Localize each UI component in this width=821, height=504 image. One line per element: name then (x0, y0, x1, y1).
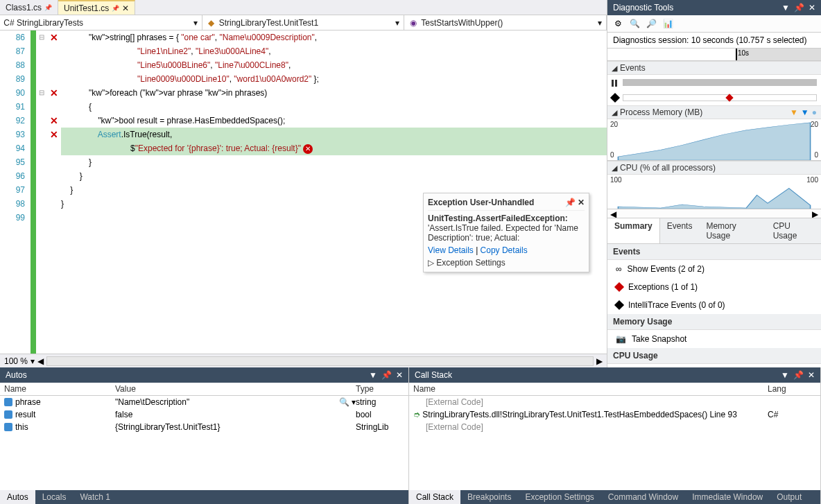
callstack-title: Call Stack▼📌✕ (409, 367, 820, 383)
take-snapshot-link[interactable]: 📷Take Snapshot (607, 330, 821, 348)
pin-icon[interactable]: 📌 (112, 5, 119, 12)
tab-label: Class1.cs (6, 3, 42, 12)
memory-header[interactable]: ◢ Process Memory (MB)▼ ▼ ● (607, 105, 821, 119)
horizontal-scrollbar[interactable] (46, 356, 594, 366)
variable-icon (4, 398, 12, 406)
diamond-icon (610, 93, 620, 103)
callstack-rows: [External Code]➮ StringLibraryTests.dll!… (409, 396, 820, 490)
method-icon: ◉ (408, 18, 418, 28)
close-icon[interactable]: ✕ (122, 3, 129, 13)
camera-icon: 📷 (616, 334, 626, 344)
breakpoint-column[interactable]: ✕✕✕✕ (47, 31, 61, 354)
method-dropdown[interactable]: ◉TestStartsWithUpper()▾ (404, 15, 607, 30)
event-track[interactable] (623, 94, 817, 101)
scroll-left-icon[interactable]: ◀ (37, 356, 44, 366)
memory-chart[interactable]: 200 200 (607, 119, 821, 161)
diagnostic-tools-title: Diagnostic Tools ▼📌✕ (607, 0, 821, 15)
variable-icon (4, 410, 12, 419)
change-indicator (31, 31, 36, 354)
fold-column[interactable]: ⊟⊟ (36, 31, 47, 354)
tab-summary[interactable]: Summary (607, 218, 660, 243)
close-icon[interactable]: ✕ (396, 370, 403, 380)
zoom-bar: 100 %▾ ◀ ▶ (0, 354, 607, 367)
callstack-row[interactable]: ➮ StringLibraryTests.dll!StringLibraryTe… (409, 408, 820, 421)
pin-icon[interactable]: 📌 (565, 198, 576, 207)
pin-icon[interactable]: 📌 (794, 3, 804, 12)
diag-tabs: Summary Events Memory Usage CPU Usage (607, 218, 821, 244)
cpu-chart[interactable]: 100100 (607, 175, 821, 209)
cpu-header[interactable]: ◢ CPU (% of all processors) (607, 161, 821, 175)
scroll-left-icon[interactable]: ◀ (610, 209, 616, 218)
close-icon[interactable]: ✕ (808, 370, 815, 380)
zoom-out-icon[interactable]: 🔎 (645, 17, 657, 30)
tab-locals[interactable]: Locals (35, 490, 74, 504)
tab-unittest1[interactable]: UnitTest1.cs📌✕ (58, 0, 135, 15)
callstack-row[interactable]: [External Code] (409, 396, 820, 408)
show-events-link[interactable]: ∞Show Events (2 of 2) (607, 260, 821, 278)
exception-settings-link[interactable]: Exception Settings (436, 258, 505, 268)
event-track[interactable] (623, 79, 817, 86)
tab-immediate-window[interactable]: Immediate Window (685, 490, 770, 504)
autos-row[interactable]: phrase"Name\tDescription" 🔍 ▾string (0, 396, 408, 408)
dropdown-icon[interactable]: ▼ (781, 3, 790, 12)
pin-icon[interactable]: 📌 (793, 370, 804, 380)
intellitrace-icon (614, 300, 624, 310)
dropdown-icon[interactable]: ▼ (369, 370, 377, 380)
exception-marker[interactable] (725, 94, 733, 101)
zoom-level[interactable]: 100 % (4, 356, 28, 366)
csharp-icon: C# (4, 18, 14, 28)
scroll-right-icon[interactable]: ▶ (596, 356, 603, 366)
zoom-in-icon[interactable]: 🔍 (628, 17, 641, 30)
time-ruler[interactable]: 10s (607, 49, 821, 61)
summary-memory-header: Memory Usage (607, 314, 821, 330)
callstack-headers: NameLang (409, 383, 820, 396)
gear-icon[interactable]: ⚙ (612, 17, 624, 30)
tab-memory[interactable]: Memory Usage (699, 218, 766, 243)
close-icon[interactable]: ✕ (809, 3, 815, 12)
namespace-dropdown[interactable]: C#StringLibraryTests▾ (0, 15, 202, 30)
exception-tooltip: Exception User-Unhandled📌 ✕ UnitTesting.… (423, 193, 589, 272)
pin-icon[interactable]: 📌 (44, 4, 52, 11)
code-editor[interactable]: 8687888990919293949596979899 ⊟⊟ ✕✕✕✕ "kw… (0, 31, 607, 354)
close-icon[interactable]: ✕ (578, 198, 585, 207)
pause-icon (612, 79, 619, 86)
chevron-down-icon[interactable]: ▾ (31, 356, 35, 366)
tab-cpu[interactable]: CPU Usage (766, 218, 821, 243)
tab-call-stack[interactable]: Call Stack (409, 490, 460, 504)
class-dropdown[interactable]: ◆StringLibraryTest.UnitTest1▾ (202, 15, 405, 30)
tab-events[interactable]: Events (660, 218, 700, 243)
intellitrace-link[interactable]: IntelliTrace Events (0 of 0) (607, 296, 821, 314)
exceptions-link[interactable]: Exceptions (1 of 1) (607, 278, 821, 296)
chevron-down-icon: ▾ (193, 18, 198, 28)
view-details-link[interactable]: View Details (428, 245, 474, 255)
callstack-row[interactable]: [External Code] (409, 421, 820, 433)
tooltip-title: Exception User-Unhandled (428, 198, 534, 207)
variable-icon (4, 423, 12, 431)
chevron-down-icon: ▾ (395, 18, 399, 28)
tab-command-window[interactable]: Command Window (601, 490, 685, 504)
tab-class1[interactable]: Class1.cs📌 (0, 0, 58, 15)
code-content[interactable]: "kw">string[] phrases = { "one car", "Na… (61, 31, 607, 354)
scroll-right-icon[interactable]: ▶ (812, 209, 818, 218)
tab-autos[interactable]: Autos (0, 490, 35, 504)
tab-exception-settings[interactable]: Exception Settings (518, 490, 600, 504)
pin-icon[interactable]: 📌 (381, 370, 392, 380)
autos-row[interactable]: this{StringLibraryTest.UnitTest1}StringL… (0, 421, 408, 433)
autos-row[interactable]: resultfalsebool (0, 408, 408, 421)
events-header[interactable]: ◢ Events (607, 61, 821, 75)
error-icon[interactable]: ✕ (303, 144, 313, 154)
exception-message: 'Assert.IsTrue failed. Expected for 'Nam… (428, 223, 585, 243)
document-tabs: Class1.cs📌 UnitTest1.cs📌✕ (0, 0, 607, 15)
chart-icon[interactable]: 📊 (662, 17, 674, 30)
copy-details-link[interactable]: Copy Details (481, 245, 528, 255)
tab-output[interactable]: Output (770, 490, 809, 504)
tab-breakpoints[interactable]: Breakpoints (460, 490, 518, 504)
tab-watch1[interactable]: Watch 1 (73, 490, 117, 504)
autos-headers: NameValueType (0, 383, 408, 396)
autos-tabs: Autos Locals Watch 1 (0, 490, 408, 504)
navigation-bar: C#StringLibraryTests▾ ◆StringLibraryTest… (0, 15, 607, 31)
dropdown-icon[interactable]: ▼ (781, 370, 789, 380)
chevron-down-icon: ▾ (598, 18, 602, 28)
diag-toolbar: ⚙ 🔍 🔎 📊 (607, 15, 821, 33)
summary-cpu-header: CPU Usage (607, 348, 821, 364)
